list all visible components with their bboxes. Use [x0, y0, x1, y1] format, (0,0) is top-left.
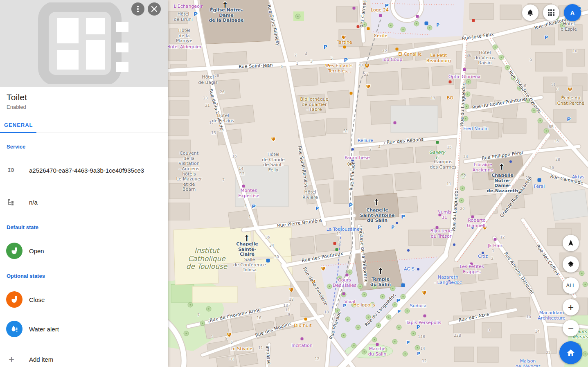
place-label: Numis 31 — [437, 210, 452, 220]
house-number: 1B — [229, 357, 234, 361]
poi-dot-icon — [407, 249, 410, 252]
house-number: 18 — [324, 310, 329, 314]
state-row-open[interactable]: Open — [6, 243, 161, 259]
house-number: 2 — [294, 53, 297, 57]
account-avatar[interactable]: A — [564, 4, 581, 21]
tree-icon — [337, 276, 342, 281]
transit-stop-icon — [401, 284, 405, 287]
zoom-out-button[interactable]: − — [563, 320, 579, 336]
restaurant-icon: Ψ — [342, 35, 346, 41]
food-icon — [396, 48, 399, 51]
house-number: 6 — [230, 340, 233, 344]
poi-dot-icon — [482, 252, 484, 254]
house-number: 9 — [529, 58, 532, 62]
tree-icon — [390, 286, 396, 291]
map-canvas[interactable]: PPPPPPPPPPPPPPPPPPPPP†††††ΨΨΨΨΨΨΨΨΨΨΨΨ@2… — [168, 0, 588, 367]
house-number: 16 — [232, 154, 237, 158]
tree-icon — [184, 331, 189, 336]
street-label: Rue de l'Homme Armé — [209, 308, 261, 324]
section-header-service: Service — [7, 144, 161, 150]
tree-icon — [356, 325, 361, 330]
house-number: 12 — [500, 235, 505, 239]
house-number: 12 — [422, 359, 426, 363]
state-label: Open — [29, 248, 44, 254]
home-button[interactable] — [559, 341, 582, 364]
bike-parking-icon: P — [436, 23, 439, 28]
shop-icon — [416, 15, 419, 18]
tree-icon — [401, 294, 406, 299]
tree-icon — [464, 104, 469, 109]
leisure-icon — [436, 141, 439, 144]
place-label: Institut Catholique de Toulouse — [186, 247, 228, 271]
compass-button[interactable] — [563, 235, 579, 251]
tree-icon — [362, 292, 367, 297]
poi-dot-icon — [351, 160, 354, 162]
house-number: 4 — [378, 145, 381, 149]
notifications-button[interactable] — [522, 5, 538, 21]
street-label: des Carmes — [359, 0, 368, 28]
street-label: Rue des Régans — [386, 137, 424, 145]
apps-grid-button[interactable] — [543, 5, 559, 21]
house-number: 5 — [330, 56, 333, 61]
tree-icon — [505, 65, 510, 70]
house-number: 47 — [358, 63, 363, 68]
house-number: 20 — [460, 207, 464, 211]
poi-dot-icon — [448, 280, 451, 283]
shop-icon — [346, 274, 349, 277]
parking-icon: P — [349, 203, 353, 209]
street-label: Rue Philippe Féral — [482, 151, 524, 162]
leisure-icon — [336, 248, 338, 251]
add-item-row[interactable]: + Add item — [6, 351, 161, 367]
layers-button[interactable] — [563, 256, 579, 272]
place-label: Gallery C — [429, 150, 445, 160]
place-label: L'Échangeoir — [174, 4, 203, 9]
house-number: 6 — [524, 84, 526, 88]
house-number: 6 — [280, 65, 283, 69]
place-label: Cécile — [374, 34, 387, 39]
house-number: 11 — [446, 182, 451, 186]
tab-general[interactable]: GENERAL — [0, 119, 37, 131]
church-cross-icon: † — [500, 163, 504, 171]
bike-parking-icon: P — [545, 35, 548, 41]
house-number: 14B — [418, 335, 425, 339]
place-label: Hôtel de Bruni — [174, 12, 193, 22]
tree-icon — [532, 108, 537, 113]
house-number: 8B — [549, 125, 554, 129]
close-state-icon — [6, 291, 23, 308]
house-number: 24 — [214, 102, 218, 106]
food-icon — [367, 27, 370, 30]
restaurant-icon: Ψ — [365, 64, 369, 70]
parking-icon: P — [416, 324, 420, 331]
place-label: Lo Stivale — [230, 347, 252, 352]
street-label: Impasse — [265, 345, 272, 365]
state-row-close[interactable]: Close — [6, 291, 161, 308]
food-icon — [350, 92, 353, 95]
shop-icon — [494, 238, 497, 241]
place-label: Tartine — [337, 40, 352, 45]
house-number: 13 — [283, 304, 288, 308]
tree-icon — [544, 128, 549, 134]
shop-icon — [376, 343, 379, 346]
street-label: Rue des Azes — [458, 312, 490, 323]
panel-close-button[interactable] — [148, 2, 161, 16]
street-label: Rue des Moulins — [255, 321, 292, 338]
zoom-in-button[interactable]: + — [563, 299, 579, 315]
poi-dot-icon — [441, 160, 443, 163]
tree-icon — [327, 284, 332, 289]
house-number: 11 — [336, 232, 341, 236]
place-label: Macaddam Architecture — [538, 311, 565, 321]
street-label: Rue du Languedoc — [364, 293, 397, 328]
tree-icon — [372, 284, 377, 289]
tree-icon — [414, 21, 419, 27]
street-label: Rue des Poutiroux — [301, 251, 343, 263]
house-number: 11 — [258, 346, 263, 350]
place-label: Hôtel de Bagis — [198, 75, 217, 85]
shop-icon — [342, 293, 345, 295]
tree-icon — [188, 302, 193, 308]
panel-menu-button[interactable] — [131, 2, 144, 16]
house-number: 9 — [225, 336, 228, 340]
filter-all-button[interactable]: ALL — [563, 277, 579, 294]
street-label: Rue du Colnel Pointurier — [472, 97, 528, 110]
street-label: Rue Pharaon — [329, 311, 342, 340]
state-row-water-alert[interactable]: Water alert — [6, 321, 161, 337]
